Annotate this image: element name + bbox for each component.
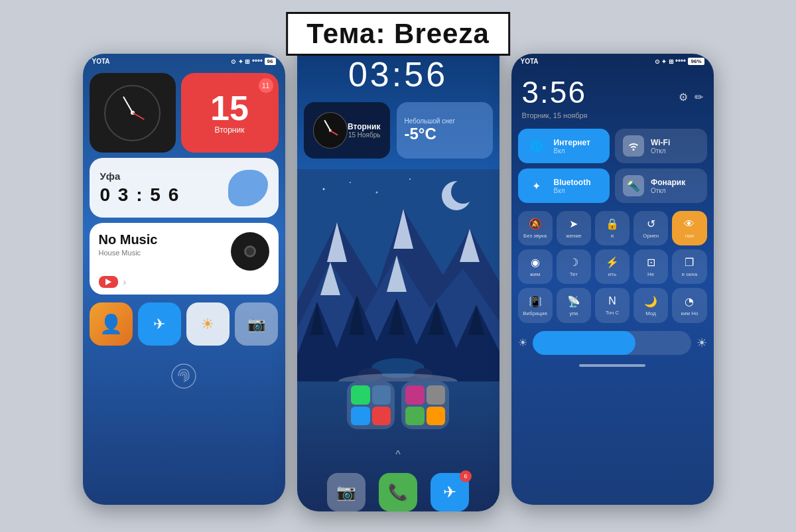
toggle-rotate[interactable]: ↺ Ориен: [633, 211, 668, 245]
p3-toggle-row3: 📳 Вибрация 📡 упа N Точ С 🌙 Мод ◔ ким Но: [511, 288, 714, 322]
digital-time: 0 3 : 5 6: [100, 184, 180, 206]
toggle-display[interactable]: ❐ е окна: [672, 249, 706, 284]
p2-app-cluster-1[interactable]: [347, 381, 395, 429]
edit-icon[interactable]: ✏: [695, 91, 703, 103]
wifi-info: Wi-Fi Откл: [651, 138, 670, 155]
battery-right: 96%: [688, 58, 704, 65]
p1-row1: 11 15 Вторник: [90, 73, 279, 153]
battery-left: 96: [265, 58, 276, 65]
p2-app-cluster-2[interactable]: [401, 381, 449, 429]
music-subtitle: House Music: [99, 249, 158, 257]
music-info: No Music House Music: [99, 232, 158, 257]
status-bar-left: YOTA ⊙ ✦ ⊞ ᵒᵒᵒᵒ 96: [83, 54, 285, 68]
clock-face: [104, 85, 161, 141]
wifi-name: Wi-Fi: [651, 138, 670, 147]
music-top: No Music House Music: [99, 232, 269, 271]
ctrl-bluetooth[interactable]: ✦ Bluetooth Вкл: [518, 168, 610, 203]
svg-point-7: [409, 178, 411, 180]
calendar-number: 15: [210, 91, 249, 125]
home-bar: [579, 364, 645, 367]
p3-toggle-row1: 🔕 Без звука ➤ жение 🔒 я ↺ Ориен 👁 ния: [511, 211, 714, 245]
city-label: Уфа: [100, 170, 180, 182]
toggle-eye[interactable]: 👁 ния: [672, 211, 706, 245]
calendar-widget: 11 15 Вторник: [181, 73, 279, 153]
dock-telegram[interactable]: ✈ 6: [431, 473, 469, 511]
phone-left: YOTA ⊙ ✦ ⊞ ᵒᵒᵒᵒ 96 11 15 Вторник: [83, 54, 285, 505]
toggle-lock[interactable]: 🔒 я: [595, 211, 630, 245]
p2-mini-telegram: [351, 407, 370, 426]
p2-mini-maps: [405, 407, 425, 426]
app-icon-camera[interactable]: 📷: [235, 302, 278, 346]
p2-clock-text: Вторник 15 Ноябрь: [348, 122, 381, 139]
toggle-mode[interactable]: ◉ жим: [518, 249, 553, 284]
p2-weather-widget: Небольшой снег -5°C: [397, 102, 493, 159]
wifi-icon: [623, 135, 644, 157]
app-icon-weather[interactable]: ☀: [186, 302, 230, 346]
clock-center: [131, 111, 135, 115]
bluetooth-info: Bluetooth Вкл: [554, 178, 591, 194]
svg-point-6: [375, 192, 377, 194]
music-title: No Music: [99, 232, 158, 247]
dock-camera[interactable]: 📷: [327, 473, 365, 511]
ctrl-internet[interactable]: 🌐 Интернет Вкл: [518, 129, 610, 163]
page-title: Тема: Breeza: [286, 12, 510, 56]
svg-point-0: [172, 364, 196, 388]
p3-header: 3:56 Вторник, 15 ноября ⚙ ✏: [511, 68, 714, 125]
play-icon: [105, 279, 111, 285]
toggle-wifi2[interactable]: 📡 упа: [557, 288, 591, 322]
settings-icon[interactable]: ⚙: [679, 91, 688, 103]
flashlight-status: Откл: [651, 187, 685, 194]
dock-phone[interactable]: 📞: [379, 473, 417, 511]
toggle-nfc[interactable]: N Точ С: [595, 288, 630, 322]
status-bar-right: YOTA ⊙ ✦ ⊞ ᵒᵒᵒᵒ 96%: [511, 54, 714, 68]
p3-date: Вторник, 15 ноября: [522, 111, 588, 119]
brightness-low-icon: ☀: [518, 336, 527, 349]
flashlight-name: Фонарик: [651, 178, 685, 187]
carrier-right: YOTA: [521, 58, 539, 65]
internet-name: Интернет: [554, 138, 590, 147]
toggle-vibrate[interactable]: 📳 Вибрация: [518, 288, 553, 322]
p2-dock: 📷 📞 ✈ 6: [297, 466, 499, 511]
toggle-location[interactable]: ➤ жение: [557, 211, 591, 245]
app-icon-avatar[interactable]: 👤: [90, 302, 133, 346]
toggle-night[interactable]: 🌙 Мод: [633, 288, 668, 322]
flashlight-icon: 🔦: [623, 175, 644, 196]
brightness-bar[interactable]: [533, 331, 691, 355]
ctrl-flashlight[interactable]: 🔦 Фонарик Откл: [615, 168, 707, 203]
p2-time: 03:56: [297, 48, 499, 102]
p3-control-grid: 🌐 Интернет Вкл Wi-Fi Откл: [511, 125, 714, 207]
p2-weather-temp: -5°C: [405, 125, 485, 143]
music-widget[interactable]: No Music House Music ›: [90, 223, 279, 295]
p2-mini-vk: [372, 385, 391, 405]
vinyl-inner: [244, 245, 256, 257]
app-icons-row: 👤 ✈ ☀ 📷: [83, 300, 285, 348]
toggle-nocturne[interactable]: ◔ ким Но: [672, 288, 706, 322]
youtube-button[interactable]: [99, 276, 118, 288]
calendar-day: Вторник: [215, 125, 245, 135]
carrier-left: YOTA: [92, 58, 110, 65]
p3-header-icons: ⚙ ✏: [679, 91, 703, 103]
app-icon-telegram[interactable]: ✈: [138, 302, 181, 346]
brightness-control: ☀ ☀: [511, 327, 714, 359]
toggle-moon[interactable]: ☽ Тет: [557, 249, 591, 284]
scroll-indicator: ^: [297, 449, 499, 461]
internet-icon: 🌐: [526, 135, 547, 157]
p2-widget-row: Вторник 15 Ноябрь Небольшой снег -5°C: [297, 102, 499, 159]
home-indicator: [511, 359, 714, 372]
toggle-window[interactable]: ⊡ Не: [633, 249, 668, 284]
mountain-scene: [297, 169, 499, 381]
p2-mini-ig: [405, 385, 425, 405]
p2-clock-widget: Вторник 15 Ноябрь: [304, 102, 390, 159]
toggle-power[interactable]: ⚡ ить: [595, 249, 630, 284]
ctrl-wifi[interactable]: Wi-Fi Откл: [615, 129, 707, 163]
p2-mini-settings: [427, 385, 446, 405]
status-icons-left: ⊙ ✦ ⊞ ᵒᵒᵒᵒ 96: [231, 58, 275, 65]
toggle-silent[interactable]: 🔕 Без звука: [518, 211, 553, 245]
calendar-badge: 11: [259, 78, 273, 93]
brightness-high-icon: ☀: [696, 336, 707, 350]
bluetooth-name: Bluetooth: [554, 178, 591, 187]
music-arrow: ›: [123, 277, 127, 287]
p2-date: 15 Ноябрь: [348, 131, 381, 139]
phones-container: YOTA ⊙ ✦ ⊞ ᵒᵒᵒᵒ 96 11 15 Вторник: [83, 34, 714, 511]
ufa-left: Уфа 0 3 : 5 6: [100, 170, 180, 206]
